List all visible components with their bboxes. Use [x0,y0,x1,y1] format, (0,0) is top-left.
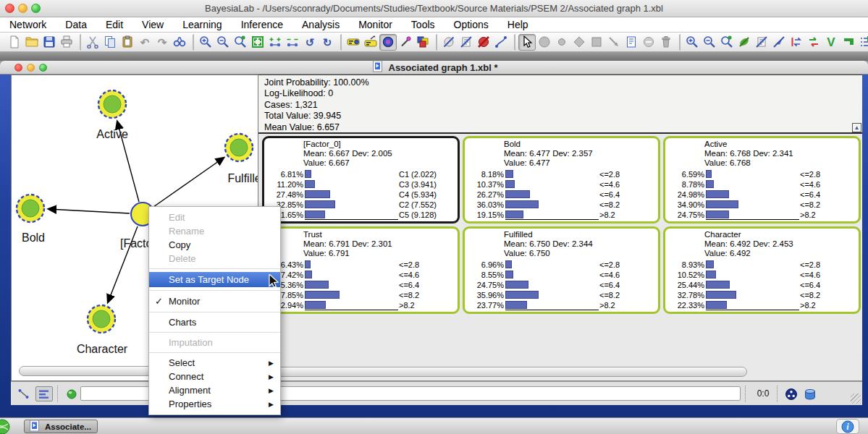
edit-costs-icon[interactable] [397,34,414,51]
doc-zoom-icon[interactable] [39,64,47,72]
add-comment-icon[interactable] [623,34,640,51]
distribution-row[interactable]: 19.15%>8.2 [465,210,658,220]
arc-factor-bold[interactable] [49,209,130,213]
monitor-bold[interactable]: BoldMean: 6.477 Dev: 2.357Value: 6.4778.… [463,136,660,224]
distribution-row[interactable]: 8.55%<=4.6 [465,270,658,280]
distribution-row[interactable]: 25.36%<=6.4 [264,280,458,290]
doc-minimize-icon[interactable] [27,64,35,72]
monitor-active[interactable]: ActiveMean: 6.768 Dev: 2.341Value: 6.768… [663,136,861,224]
node-fulfilled[interactable] [225,134,253,161]
menu-item-copy[interactable]: Copy [149,238,280,252]
monitor-character[interactable]: CharacterMean: 6.492 Dev: 2.453Value: 6.… [663,226,861,314]
menu-item-charts[interactable]: Charts [149,315,280,329]
node-character[interactable] [88,305,115,333]
menu-item-properties[interactable]: Properties▶ [149,397,280,411]
node-colors-icon[interactable] [414,34,431,51]
distribution-row[interactable]: 24.75%>8.2 [665,210,859,220]
resize-grip[interactable] [851,393,861,404]
open-network-icon[interactable] [23,34,41,51]
database-status-icon[interactable] [801,386,819,401]
close-window-icon[interactable] [5,4,14,13]
menu-inference[interactable]: Inference [232,19,292,30]
minimize-window-icon[interactable] [18,4,28,13]
distribution-row[interactable]: 10.52%<=4.6 [665,270,859,280]
rotate-left-icon[interactable]: ↺ [301,34,319,51]
undo-icon[interactable]: ↶ [136,34,153,51]
distribution-row[interactable]: 6.81%C1 (2.022) [264,169,458,179]
scroll-up-button[interactable]: ▲ [852,123,861,132]
invert-arcs-icon[interactable] [788,34,805,51]
alignment-status-icon[interactable] [35,386,53,401]
menu-item-set-as-target-node[interactable]: Set as Target Node [149,272,280,287]
distribution-row[interactable]: 37.85%<=8.2 [264,290,458,300]
distribution-row[interactable]: 8.18%<=2.8 [465,169,658,179]
menu-monitor[interactable]: Monitor [349,19,402,30]
add-node-icon[interactable] [536,34,553,51]
fit-to-window-icon[interactable] [249,34,266,51]
zoom-window-icon[interactable] [31,4,41,13]
node-bold[interactable] [17,195,44,222]
target-node-icon[interactable] [379,34,397,51]
copy-icon[interactable] [101,34,119,51]
document-window-titlebar[interactable]: Associated graph 1.xbl * [0,61,868,75]
distribution-row[interactable]: 8.93%<=2.8 [665,260,859,270]
menu-options[interactable]: Options [444,19,498,30]
print-icon[interactable] [58,34,75,51]
distribution-row[interactable]: 26.27%<=6.4 [465,190,658,200]
menu-view[interactable]: View [132,19,173,30]
paste-icon[interactable] [119,34,136,51]
network-status-icon[interactable] [783,386,800,401]
bayesialab-dock-icon[interactable] [0,418,11,434]
menu-analysis[interactable]: Analysis [292,19,349,30]
redo-icon[interactable]: ↷ [153,34,171,51]
arc-forces-icon[interactable] [805,34,822,51]
hide-target-icon[interactable] [475,34,492,51]
hide-comments-icon[interactable] [458,34,475,51]
menu-help[interactable]: Help [498,19,538,30]
window-taskbar-button[interactable]: Associate... [24,420,98,433]
distribution-row[interactable]: 21.65%C5 (9.128) [264,210,458,220]
rotate-right-icon[interactable]: ↻ [319,34,336,51]
new-document-icon[interactable] [6,34,23,51]
monitor-horizontal-scrollbar[interactable] [262,367,747,377]
distribution-row[interactable]: 34.90%<=8.2 [665,200,859,210]
monitor-factor-0[interactable]: [Factor_0]Mean: 6.667 Dev: 2.005Value: 6… [262,136,460,224]
distribution-row[interactable]: 6.43%<=2.8 [264,260,458,270]
hide-node-comments-icon[interactable] [753,34,770,51]
monitor-panel-horizontal-icon[interactable] [345,34,362,51]
zoom-default-icon[interactable] [232,34,249,51]
contract-graph-icon[interactable] [284,34,301,51]
distribution-row[interactable]: 6.59%<=2.8 [665,169,859,179]
select-tool-icon[interactable] [518,34,536,51]
validation-mode-icon[interactable]: V [822,34,840,51]
monitor-fulfilled[interactable]: FulfilledMean: 6.750 Dev: 2.344Value: 6.… [463,226,660,314]
menu-tools[interactable]: Tools [402,19,444,30]
save-network-icon[interactable] [41,34,58,51]
arc-creation-status-icon[interactable] [15,386,33,401]
add-decision-node-icon[interactable] [570,34,588,51]
zoom-in-alt-icon[interactable] [683,34,701,51]
arc-factor-fulfilled[interactable] [153,158,224,207]
info-button[interactable]: i [836,419,859,434]
delete-node-icon[interactable] [640,34,657,51]
trash-icon[interactable] [657,34,675,51]
hide-arc-comments-icon[interactable] [770,34,788,51]
add-monitor-icon[interactable] [857,34,868,51]
curved-arcs-icon[interactable] [492,34,510,51]
menu-item-monitor[interactable]: ✓Monitor [149,294,280,309]
menu-item-select[interactable]: Select▶ [149,356,280,370]
distribution-row[interactable]: 24.98%<=6.4 [665,190,859,200]
add-arc-icon[interactable] [605,34,623,51]
distribution-row[interactable]: 22.94%>8.2 [264,300,458,310]
distribution-row[interactable]: 35.96%<=8.2 [465,290,658,300]
node-active[interactable] [98,90,126,118]
distribution-row[interactable]: 22.33%>8.2 [665,300,859,310]
distribution-row[interactable]: 7.42%<=4.6 [264,270,458,280]
menu-data[interactable]: Data [56,19,96,30]
hide-excluded-nodes-icon[interactable] [736,34,753,51]
distribution-row[interactable]: 32.85%C2 (7.552) [264,200,458,210]
menu-network[interactable]: Network [0,19,56,30]
distribution-row[interactable]: 27.48%C4 (5.934) [264,190,458,200]
menu-item-connect[interactable]: Connect▶ [149,370,280,383]
doc-close-icon[interactable] [14,64,22,72]
